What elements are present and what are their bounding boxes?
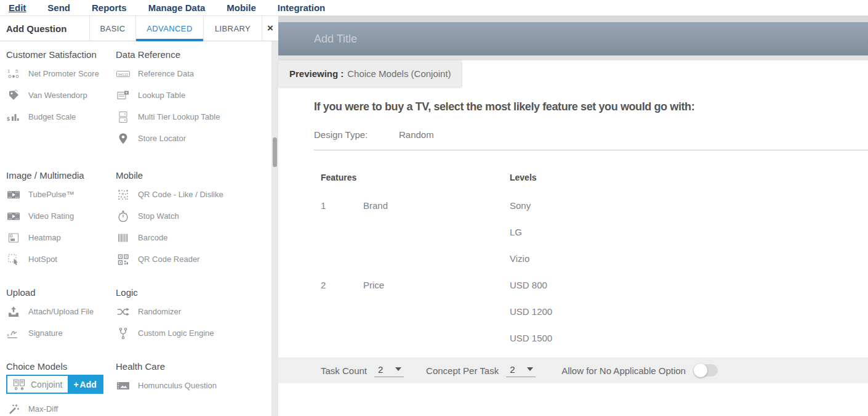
nps-icon: 15 (6, 68, 21, 80)
question-type-attach-upload-file[interactable]: Attach/Upload File (6, 301, 116, 322)
feature-levels: USD 800 USD 1200 USD 1500 (510, 272, 552, 351)
previewing-value: Choice Models (Conjoint) (347, 68, 451, 79)
feature-name: Brand (363, 192, 510, 272)
preview-mid-strip (278, 55, 868, 60)
question-type-qr-like-dislike[interactable]: QR Code - Like / Dislike (116, 184, 278, 205)
level-value: USD 800 (510, 272, 552, 298)
hotspot-cursor-icon (6, 253, 21, 266)
question-type-signature[interactable]: x Signature (6, 322, 116, 344)
section-logic: Logic Randomizer Custom Logic Engine (116, 279, 278, 353)
question-type-budget-scale[interactable]: $ Budget Scale (6, 106, 116, 128)
preview-top-strip (278, 16, 868, 22)
question-type-label: Reference Data (138, 69, 194, 78)
question-type-conjoint[interactable]: Conjoint +Add (6, 375, 103, 394)
question-type-reference-data[interactable]: 94122 Reference Data (116, 63, 278, 84)
question-type-video-rating[interactable]: Video Rating (6, 205, 116, 227)
question-type-label: Barcode (138, 233, 167, 242)
features-levels-table: Features Levels 1 Brand Sony LG Vizio 2 … (321, 171, 868, 351)
question-type-label: Max-Diff (28, 404, 58, 414)
heatmap-icon (6, 232, 21, 244)
table-row: 1 Brand Sony LG Vizio (321, 192, 868, 272)
add-button-label: Add (80, 380, 97, 389)
question-type-label: Multi Tier Lookup Table (138, 112, 220, 121)
question-type-qr-code-reader[interactable]: QR Code Reader (116, 248, 278, 270)
panel-scrollbar-thumb[interactable] (273, 137, 277, 167)
design-type-row: Design Type: Random (314, 129, 868, 140)
conjoint-add-button[interactable]: +Add (68, 376, 102, 393)
video-film-icon (6, 210, 21, 222)
section-mobile: Mobile QR Code - Like / Dislike Stop Wat… (116, 162, 278, 279)
design-type-value: Random (399, 129, 434, 140)
tab-advanced[interactable]: ADVANCED (135, 16, 203, 41)
question-type-hotspot[interactable]: HotSpot (6, 248, 116, 270)
table-header-row: Features Levels (321, 171, 868, 184)
section-title: Choice Models (6, 361, 116, 372)
question-type-label: Store Locator (138, 134, 186, 143)
question-type-van-westendorp[interactable]: Van Westendorp (6, 84, 116, 106)
design-type-label: Design Type: (314, 129, 399, 140)
svg-text:5: 5 (15, 68, 18, 74)
task-count-dropdown[interactable]: 2 (374, 364, 404, 377)
question-type-lookup-table[interactable]: Lookup Table (116, 84, 278, 106)
section-title: Data Reference (116, 49, 278, 60)
shuffle-icon (116, 306, 131, 318)
nav-item-reports[interactable]: Reports (92, 2, 127, 13)
question-type-net-promoter-score[interactable]: 15 Net Promoter Score (6, 63, 116, 84)
feature-levels: Sony LG Vizio (510, 192, 531, 272)
level-value: Sony (510, 192, 531, 219)
task-settings-bar: Task Count 2 Concept Per Task 2 Allow fo… (278, 357, 868, 383)
table-row: 2 Price USD 800 USD 1200 USD 1500 (321, 272, 868, 351)
question-type-tubepulse[interactable]: TubePulse™ (6, 184, 116, 205)
qr-code-reader-icon (116, 253, 131, 266)
no-applicable-option-toggle[interactable] (694, 364, 718, 377)
video-film-icon (6, 189, 21, 201)
panel-scrollbar[interactable] (271, 41, 278, 416)
qr-code-icon (116, 189, 131, 201)
question-type-label: QR Code - Like / Dislike (138, 190, 223, 199)
magic-wand-icon (6, 403, 21, 415)
nav-item-edit[interactable]: Edit (9, 2, 26, 13)
tab-basic[interactable]: BASIC (89, 16, 135, 41)
previewing-separator: : (340, 68, 344, 79)
conjoint-icon (13, 378, 25, 391)
nav-item-integration[interactable]: Integration (278, 2, 326, 13)
upload-icon (6, 306, 21, 318)
concept-per-task-dropdown[interactable]: 2 (506, 364, 536, 377)
homunculus-icon (116, 380, 131, 392)
question-type-custom-logic-engine[interactable]: Custom Logic Engine (116, 322, 278, 344)
section-title: Image / Multimedia (6, 170, 116, 181)
lookup-table-icon (116, 89, 131, 102)
question-type-barcode[interactable]: Barcode (116, 227, 278, 248)
nav-item-manage-data[interactable]: Manage Data (148, 2, 206, 13)
svg-text:$: $ (7, 116, 10, 122)
panel-title: Add Question (0, 16, 89, 41)
no-applicable-option-label: Allow for No Applicable Option (561, 365, 686, 376)
section-title: Health Care (116, 361, 278, 372)
concept-per-task-value: 2 (510, 364, 515, 375)
question-type-max-diff[interactable]: Max-Diff (6, 398, 116, 416)
nav-item-mobile[interactable]: Mobile (227, 2, 256, 13)
close-icon[interactable]: × (262, 16, 278, 41)
fork-icon (116, 327, 131, 340)
question-type-label: Stop Watch (138, 211, 179, 221)
question-type-homunculus-question[interactable]: Homunculus Question (116, 375, 278, 396)
question-type-stop-watch[interactable]: Stop Watch (116, 205, 278, 227)
question-type-label: Lookup Table (138, 91, 185, 100)
feature-number: 2 (321, 272, 363, 351)
multi-tier-lookup-icon (116, 111, 131, 123)
question-type-label: QR Code Reader (138, 255, 199, 264)
svg-text:x: x (7, 332, 9, 337)
question-type-multi-tier-lookup-table[interactable]: Multi Tier Lookup Table (116, 106, 278, 128)
question-type-label: Custom Logic Engine (138, 328, 214, 338)
question-type-label: Heatmap (28, 233, 61, 242)
add-question-panel: Add Question BASIC ADVANCED LIBRARY × Cu… (0, 16, 278, 416)
question-type-heatmap[interactable]: Heatmap (6, 227, 116, 248)
question-type-randomizer[interactable]: Randomizer (116, 301, 278, 322)
feature-number: 1 (321, 192, 363, 272)
chevron-down-icon (395, 367, 401, 371)
nav-item-send[interactable]: Send (47, 2, 70, 13)
question-title-input[interactable]: Add Title (278, 22, 868, 55)
question-type-store-locator[interactable]: Store Locator (116, 128, 278, 149)
chevron-down-icon (527, 367, 533, 371)
tab-library[interactable]: LIBRARY (203, 16, 262, 41)
